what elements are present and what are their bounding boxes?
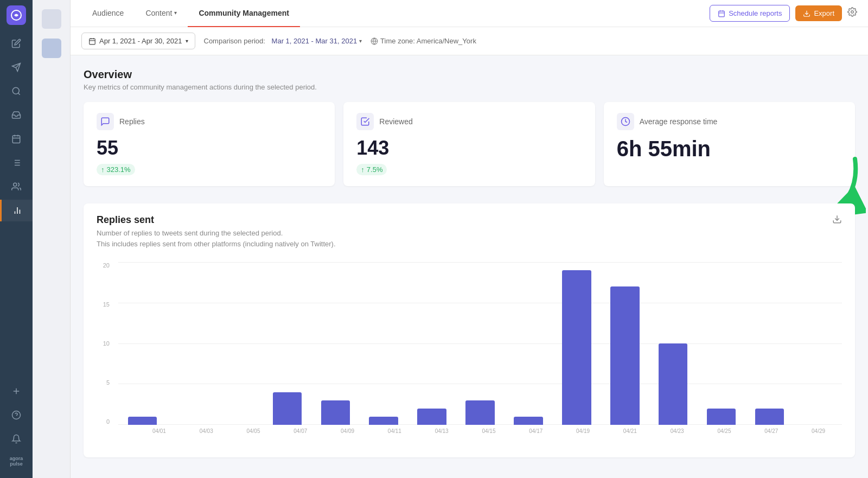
svg-point-28 xyxy=(851,11,854,14)
x-label-04/11: 04/11 xyxy=(371,428,418,434)
tab-content[interactable]: Content ▾ xyxy=(135,0,188,27)
svg-rect-5 xyxy=(12,136,20,143)
sidebar-item-search[interactable] xyxy=(5,80,27,102)
chart-section-replies: Replies sent Number of replies to tweets… xyxy=(84,203,855,457)
tab-audience[interactable]: Audience xyxy=(81,0,135,27)
x-label-04/19: 04/19 xyxy=(559,428,607,434)
bar-group-04/29 xyxy=(794,262,842,425)
y-label-15: 15 xyxy=(97,301,114,308)
replies-label: Replies xyxy=(119,117,145,126)
export-button[interactable]: Export xyxy=(795,5,842,21)
bar-group-04/25 xyxy=(697,262,745,425)
y-label-20: 20 xyxy=(97,262,114,269)
schedule-icon xyxy=(718,10,725,17)
x-label-04/27: 04/27 xyxy=(748,428,795,434)
bar-group-04/11 xyxy=(360,262,408,425)
content-chevron-icon: ▾ xyxy=(174,10,177,16)
svg-point-3 xyxy=(12,87,19,94)
bar-04/25 xyxy=(707,409,736,425)
nav-actions: Schedule reports Export xyxy=(710,5,857,22)
bar-04/27 xyxy=(755,409,784,425)
x-label-04/15: 04/15 xyxy=(465,428,513,434)
svg-rect-29 xyxy=(90,39,95,44)
y-axis: 0 5 10 15 20 xyxy=(97,262,114,425)
reviewed-icon xyxy=(356,113,374,130)
reviewed-value: 143 xyxy=(356,137,582,160)
overview-subtitle: Key metrics of community management acti… xyxy=(84,83,855,91)
metrics-grid: Replies 55 ↑ 323.1% Reviewed 143 xyxy=(84,102,855,186)
x-label-04/25: 04/25 xyxy=(701,428,748,434)
y-label-10: 10 xyxy=(97,340,114,347)
nav-tabs: Audience Content ▾ Community Management xyxy=(81,0,710,27)
date-range-button[interactable]: Apr 1, 2021 - Apr 30, 2021 ▾ xyxy=(81,33,195,49)
sidebar-item-analytics[interactable] xyxy=(0,200,33,221)
settings-icon[interactable] xyxy=(847,7,857,20)
tab-community-management[interactable]: Community Management xyxy=(188,0,299,27)
page-content: Overview Key metrics of community manage… xyxy=(71,55,868,478)
metric-header-replies: Replies xyxy=(97,113,322,130)
timezone-filter: Time zone: America/New_York xyxy=(371,37,476,45)
x-label-04/13: 04/13 xyxy=(418,428,465,434)
avg-response-label: Average response time xyxy=(640,117,718,126)
x-label-04/21: 04/21 xyxy=(607,428,654,434)
svg-point-15 xyxy=(14,183,17,186)
chart-container: 0 5 10 15 20 xyxy=(97,262,842,447)
globe-icon xyxy=(371,37,378,45)
x-label-04/09: 04/09 xyxy=(324,428,371,434)
chart-section-header: Replies sent Number of replies to tweets… xyxy=(97,214,842,260)
sidebar-item-tasks[interactable] xyxy=(5,152,27,174)
comparison-period-link[interactable]: Mar 1, 2021 - Mar 31, 2021 xyxy=(272,37,358,45)
secondary-sidebar xyxy=(33,0,71,478)
avg-response-value: 6h 55min xyxy=(617,137,842,161)
main-content: Audience Content ▾ Community Management … xyxy=(71,0,868,478)
comparison-chevron-icon: ▾ xyxy=(359,38,362,44)
chart-description: Number of replies to tweets sent during … xyxy=(97,228,336,249)
bar-group-04/23 xyxy=(649,262,697,425)
bar-04/21 xyxy=(610,286,639,425)
bar-group-04/15 xyxy=(456,262,505,425)
bars-wrapper xyxy=(118,262,842,425)
x-label-04/07: 04/07 xyxy=(277,428,324,434)
bar-04/07 xyxy=(273,392,302,425)
y-label-0: 0 xyxy=(97,418,114,425)
reviewed-change: ↑ 7.5% xyxy=(356,164,387,175)
bar-04/13 xyxy=(417,409,446,425)
bar-group-04/05 xyxy=(215,262,263,425)
bar-04/17 xyxy=(514,417,542,425)
secondary-social-icon[interactable] xyxy=(38,5,65,33)
sidebar-item-send[interactable] xyxy=(5,56,27,78)
social-avatar xyxy=(42,9,61,29)
bar-group-04/13 xyxy=(408,262,456,425)
svg-rect-23 xyxy=(719,11,725,16)
bar-04/23 xyxy=(659,343,687,425)
sidebar-item-add[interactable] xyxy=(5,380,27,402)
sidebar-item-help[interactable] xyxy=(5,404,27,426)
replies-change: ↑ 323.1% xyxy=(97,164,135,175)
sidebar-item-inbox[interactable] xyxy=(5,104,27,126)
app-logo[interactable] xyxy=(7,5,26,25)
sidebar-item-notifications[interactable] xyxy=(5,428,27,450)
bar-group-04/01 xyxy=(118,262,167,425)
metric-card-avg-response: Average response time 6h 55min xyxy=(604,102,855,186)
date-chevron-icon: ▾ xyxy=(186,38,188,44)
x-label-04/01: 04/01 xyxy=(136,428,183,434)
bar-04/09 xyxy=(321,400,350,425)
y-label-5: 5 xyxy=(97,379,114,386)
sidebar-item-compose[interactable] xyxy=(5,33,27,54)
chart-download-icon[interactable] xyxy=(832,214,842,227)
secondary-item-2[interactable] xyxy=(38,35,65,62)
filters-bar: Apr 1, 2021 - Apr 30, 2021 ▾ Comparison … xyxy=(71,27,868,55)
bar-04/11 xyxy=(369,417,398,425)
replies-icon xyxy=(97,113,114,130)
schedule-reports-button[interactable]: Schedule reports xyxy=(710,5,790,22)
bar-04/01 xyxy=(128,417,157,425)
up-arrow-icon: ↑ xyxy=(101,165,105,174)
calendar-icon xyxy=(88,37,96,45)
sidebar-item-calendar[interactable] xyxy=(5,128,27,150)
x-label-04/17: 04/17 xyxy=(512,428,559,434)
bar-group-04/03 xyxy=(167,262,215,425)
bar-group-04/19 xyxy=(552,262,601,425)
reviewed-label: Reviewed xyxy=(379,117,412,126)
metric-card-reviewed: Reviewed 143 ↑ 7.5% xyxy=(343,102,595,186)
sidebar-item-audience[interactable] xyxy=(5,176,27,197)
